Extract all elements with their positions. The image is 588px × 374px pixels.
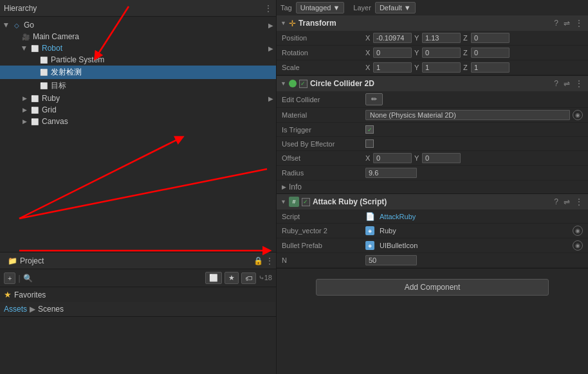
star-filter-button[interactable]: ★ (225, 272, 239, 284)
filter-button[interactable]: ⬜ (205, 272, 222, 284)
attack-ruby-menu-btn[interactable]: ⋮ (574, 197, 584, 206)
project-menu-icon[interactable]: ⋮ (266, 256, 273, 265)
breadcrumb-separator: ▶ (30, 305, 35, 314)
lock-icon[interactable]: 🔒 (253, 256, 263, 265)
circle-collider-settings-btn[interactable]: ⇌ (562, 79, 571, 88)
tree-item-main-camera[interactable]: 🎥 Main Camera (0, 31, 276, 42)
rotation-y-label: Y (414, 49, 421, 57)
tree-item-go[interactable]: ▶ ◇ Go ▶ (0, 19, 276, 31)
transform-help-btn[interactable]: ? (553, 19, 560, 28)
info-arrow-icon: ▶ (282, 184, 286, 190)
n-input[interactable] (365, 255, 417, 265)
scale-z-input[interactable] (471, 62, 510, 73)
info-section[interactable]: ▶ Info (277, 181, 588, 193)
transform-menu-btn[interactable]: ⋮ (574, 19, 584, 28)
transform-header[interactable]: ▼ ✛ Transform ? ⇌ ⋮ (277, 15, 588, 31)
material-value: None (Physics Material 2D) (365, 110, 570, 120)
bullet-prefab-label: Bullet Prefab (282, 242, 365, 249)
hierarchy-menu-icon[interactable]: ⋮ (264, 4, 272, 13)
position-y-label: Y (414, 34, 421, 42)
offset-x-input[interactable] (373, 153, 412, 163)
position-label: Position (282, 34, 365, 42)
add-button[interactable]: + (4, 272, 15, 284)
position-x-label: X (365, 34, 372, 42)
n-value-row (365, 255, 583, 265)
ruby-vector-row: Ruby_vector 2 ◈ Ruby ◉ (277, 224, 588, 238)
offset-values: X Y (365, 153, 583, 163)
ruby-expand-icon: ▶ (268, 95, 273, 102)
position-x-item: X (365, 33, 412, 43)
scale-x-input[interactable] (373, 62, 412, 73)
radius-value (365, 168, 583, 178)
circle-collider-enabled-checkbox[interactable]: ✓ (299, 80, 308, 88)
tree-label-grid: Grid (42, 105, 57, 114)
rotation-label: Rotation (282, 49, 365, 57)
position-y-input[interactable] (422, 33, 461, 43)
tree-item-detect[interactable]: ⬜ 发射检测 (0, 66, 276, 79)
tree-item-particle[interactable]: ⬜ Particle System (0, 54, 276, 66)
rotation-z-input[interactable] (471, 48, 510, 58)
project-tab[interactable]: 📁 Project (3, 255, 49, 267)
rotation-y-item: Y (414, 48, 461, 58)
is-trigger-checkbox[interactable]: ✓ (365, 125, 374, 134)
attack-ruby-help-btn[interactable]: ? (553, 197, 560, 206)
ruby-vector-select-btn[interactable]: ◉ (573, 226, 583, 236)
used-by-effector-checkbox[interactable] (365, 139, 374, 148)
is-trigger-label: Is Trigger (282, 126, 365, 134)
attack-ruby-settings-btn[interactable]: ⇌ (562, 197, 571, 206)
is-trigger-value: ✓ (365, 125, 583, 134)
circle-collider-enabled-dot (289, 80, 297, 87)
tree-item-robot[interactable]: ▶ ⬜ Robot ▶ (0, 42, 276, 54)
tree-arrow-ruby: ▶ (21, 94, 28, 102)
tree-label-particle: Particle System (51, 55, 104, 64)
offset-y-input[interactable] (422, 153, 461, 163)
is-trigger-row: Is Trigger ✓ (277, 123, 588, 137)
circle-collider-menu-btn[interactable]: ⋮ (574, 79, 584, 88)
tag-dropdown[interactable]: Untagged ▼ (296, 2, 345, 13)
circle-collider-header[interactable]: ▼ ✓ Circle Collider 2D ? ⇌ ⋮ (277, 76, 588, 91)
circle-collider-help-btn[interactable]: ? (553, 79, 560, 88)
rotation-x-input[interactable] (373, 48, 412, 58)
transform-settings-btn[interactable]: ⇌ (562, 19, 571, 28)
scale-y-label: Y (414, 64, 421, 71)
position-z-label: Z (463, 34, 470, 42)
add-component-button[interactable]: Add Component (316, 279, 549, 296)
bullet-prefab-select-btn[interactable]: ◉ (573, 240, 583, 251)
favorites-section: ★ Favorites (0, 287, 276, 302)
scale-z-label: Z (463, 64, 470, 71)
position-z-input[interactable] (471, 33, 510, 43)
material-row: Material None (Physics Material 2D) ◉ (277, 108, 588, 123)
tree-item-grid[interactable]: ▶ ⬜ Grid (0, 104, 276, 116)
assets-label[interactable]: Assets (4, 305, 27, 314)
tag-button[interactable]: 🏷 (241, 272, 256, 284)
rotation-y-input[interactable] (422, 48, 461, 58)
tree-item-ruby[interactable]: ▶ ⬜ Ruby ▶ (0, 93, 276, 104)
add-component-area: Add Component (277, 269, 588, 306)
tag-value: Untagged (300, 4, 331, 12)
favorites-label: Favorites (14, 290, 46, 299)
scale-values: X Y Z (365, 62, 583, 73)
tag-label: Tag (280, 4, 292, 12)
radius-input[interactable] (365, 168, 417, 178)
scenes-label[interactable]: Scenes (38, 305, 64, 314)
attack-ruby-actions: ? ⇌ ⋮ (553, 197, 584, 206)
tag-dropdown-arrow: ▼ (333, 4, 340, 12)
attack-ruby-enabled-checkbox[interactable]: ✓ (302, 198, 310, 206)
script-value[interactable]: AttackRuby (380, 213, 416, 220)
scale-label: Scale (282, 64, 365, 71)
position-x-input[interactable] (373, 33, 412, 43)
material-select-btn[interactable]: ◉ (573, 110, 583, 120)
edit-collider-button[interactable]: ✏ (365, 93, 383, 105)
favorites-star-icon: ★ (4, 290, 12, 299)
grid-icon: ⬜ (30, 105, 40, 114)
tree-arrow-go: ▶ (3, 21, 10, 29)
tree-item-target[interactable]: ⬜ 目标 (0, 79, 276, 93)
attack-ruby-header[interactable]: ▼ # ✓ Attack Ruby (Script) ? ⇌ ⋮ (277, 194, 588, 209)
bullet-prefab-row: Bullet Prefab ◈ UIBulletIcon ◉ (277, 238, 588, 253)
inspector-panel: Tag Untagged ▼ Layer Default ▼ ▼ ✛ Trans… (277, 0, 588, 374)
tree-item-canvas[interactable]: ▶ ⬜ Canvas (0, 116, 276, 127)
layer-dropdown[interactable]: Default ▼ (375, 2, 416, 13)
scale-y-input[interactable] (422, 62, 461, 73)
ruby-icon: ⬜ (30, 94, 40, 103)
script-icon: # (289, 197, 299, 207)
